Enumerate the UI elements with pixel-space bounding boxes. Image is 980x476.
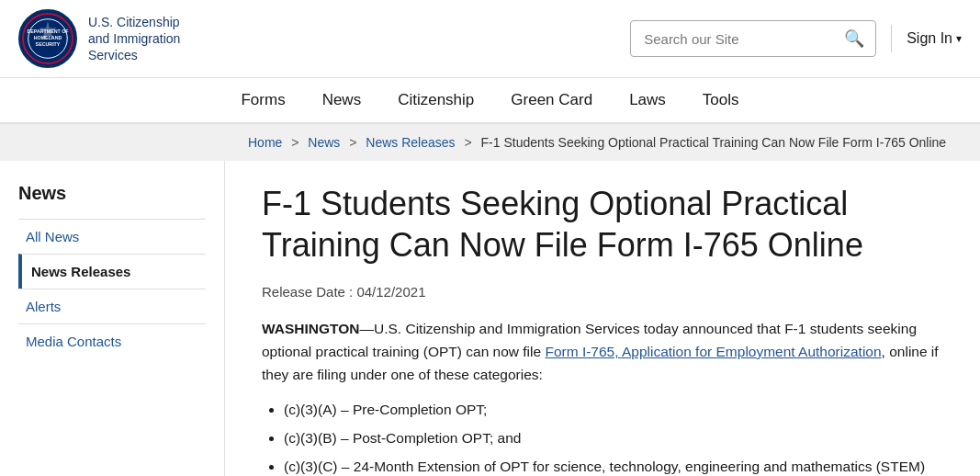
breadcrumb-sep-2: >	[349, 135, 356, 150]
vertical-divider	[891, 25, 892, 52]
sign-in-button[interactable]: Sign In	[907, 30, 962, 47]
bullet-item-3: (c)(3)(C) – 24-Month Extension of OPT fo…	[284, 456, 941, 476]
uscis-logo: DEPARTMENT OF HOMELAND SECURITY	[18, 9, 77, 68]
nav-item-tools[interactable]: Tools	[703, 87, 739, 113]
sidebar-item-news-releases[interactable]: News Releases	[18, 254, 206, 289]
logo-line3: Services	[88, 47, 180, 63]
article-title: F-1 Students Seeking Optional Practical …	[262, 183, 941, 266]
search-icon: 🔍	[844, 29, 864, 48]
logo-text: U.S. Citizenship and Immigration Service…	[88, 14, 180, 64]
nav-item-laws[interactable]: Laws	[629, 87, 666, 113]
article-body-bold: WASHINGTON	[262, 321, 360, 336]
nav-item-news[interactable]: News	[322, 87, 362, 113]
search-bar: 🔍	[630, 20, 876, 57]
article-body: WASHINGTON—U.S. Citizenship and Immigrat…	[262, 318, 941, 476]
sidebar-item-alerts[interactable]: Alerts	[18, 289, 206, 323]
header-right: 🔍 Sign In	[630, 20, 962, 57]
logo-area: DEPARTMENT OF HOMELAND SECURITY U.S. Cit…	[18, 9, 180, 68]
breadcrumb-current: F-1 Students Seeking Optional Practical …	[481, 135, 947, 150]
sidebar: News All News News Releases Alerts Media…	[0, 161, 225, 476]
svg-text:HOMELAND: HOMELAND	[34, 35, 62, 40]
sidebar-item-media-contacts[interactable]: Media Contacts	[18, 323, 206, 358]
sidebar-item-all-news[interactable]: All News	[18, 219, 206, 254]
release-date-label: Release Date :	[262, 284, 353, 300]
logo-line2: and Immigration	[88, 30, 180, 47]
logo-line1: U.S. Citizenship	[88, 14, 180, 30]
breadcrumb-sep-3: >	[464, 135, 471, 150]
breadcrumb: Home > News > News Releases > F-1 Studen…	[0, 124, 980, 161]
nav-item-citizenship[interactable]: Citizenship	[398, 87, 474, 113]
site-header: DEPARTMENT OF HOMELAND SECURITY U.S. Cit…	[0, 0, 980, 78]
release-date: Release Date : 04/12/2021	[262, 284, 941, 300]
nav-item-green-card[interactable]: Green Card	[511, 87, 592, 113]
breadcrumb-sep-1: >	[291, 135, 299, 150]
breadcrumb-home[interactable]: Home	[248, 135, 282, 150]
svg-text:SECURITY: SECURITY	[36, 41, 61, 47]
main-layout: News All News News Releases Alerts Media…	[0, 161, 980, 476]
article-content: F-1 Students Seeking Optional Practical …	[225, 161, 978, 476]
release-date-value: 04/12/2021	[356, 284, 425, 300]
breadcrumb-news-releases[interactable]: News Releases	[366, 135, 455, 150]
main-nav: Forms News Citizenship Green Card Laws T…	[0, 78, 980, 124]
form-i765-link[interactable]: Form I-765, Application for Employment A…	[545, 344, 881, 359]
article-intro-paragraph: WASHINGTON—U.S. Citizenship and Immigrat…	[262, 318, 941, 386]
search-button[interactable]: 🔍	[833, 21, 875, 56]
search-input[interactable]	[631, 24, 833, 54]
sidebar-nav: All News News Releases Alerts Media Cont…	[18, 219, 206, 358]
sidebar-title: News	[18, 183, 206, 204]
nav-item-forms[interactable]: Forms	[241, 87, 285, 113]
bullet-item-1: (c)(3)(A) – Pre-Completion OPT;	[284, 399, 941, 422]
bullet-item-2: (c)(3)(B) – Post-Completion OPT; and	[284, 427, 941, 450]
breadcrumb-news[interactable]: News	[308, 135, 340, 150]
article-bullet-list: (c)(3)(A) – Pre-Completion OPT; (c)(3)(B…	[284, 399, 941, 476]
sign-in-label: Sign In	[907, 30, 952, 47]
